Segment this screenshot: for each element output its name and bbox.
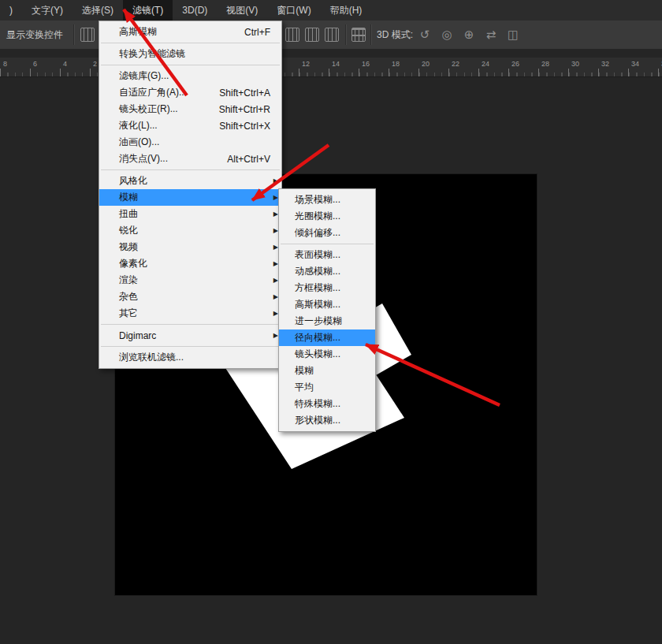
menu-item-label: 其它 — [119, 307, 138, 320]
menu-item-label: 光圈模糊... — [295, 210, 340, 223]
ruler-number: 20 — [422, 60, 430, 68]
menu-item[interactable]: 场景模糊... — [279, 192, 375, 208]
menu-item[interactable]: 像素化▶ — [99, 255, 281, 272]
filter-menu-dropdown: 高斯模糊Ctrl+F转换为智能滤镜滤镜库(G)...自适应广角(A)...Shi… — [99, 20, 282, 369]
menubar-item[interactable]: 滤镜(T) — [123, 0, 173, 20]
menu-item[interactable]: 光圈模糊... — [279, 208, 375, 225]
menu-item-shortcut: Ctrl+F — [244, 27, 275, 38]
paste-icon[interactable] — [80, 28, 95, 42]
menu-item[interactable]: 进一步模糊 — [279, 313, 375, 329]
ruler-number: 26 — [511, 60, 519, 68]
menu-item-label: 油画(O)... — [119, 136, 159, 149]
ruler-tick — [628, 69, 629, 76]
menu-item-label: 渲染 — [119, 274, 138, 287]
menu-item[interactable]: 镜头模糊... — [279, 346, 375, 363]
menubar-item[interactable]: 视图(V) — [217, 0, 267, 20]
ruler-number: 8 — [3, 60, 7, 68]
photoshop-window: )文字(Y)选择(S)滤镜(T)3D(D)视图(V)窗口(W)帮助(H) 显示变… — [0, 0, 662, 644]
ruler-tick — [90, 69, 91, 76]
menubar-item[interactable]: 帮助(H) — [321, 0, 372, 20]
ruler-tick — [478, 69, 479, 76]
roll-3d-icon[interactable]: ◎ — [440, 24, 454, 45]
toolbar-divider — [73, 24, 75, 45]
menu-item[interactable]: 表面模糊... — [279, 247, 375, 263]
menu-item-label: 进一步模糊 — [295, 315, 342, 328]
menu-item[interactable]: 渲染▶ — [99, 272, 281, 288]
menubar-item[interactable]: ) — [0, 0, 22, 20]
menu-item[interactable]: 形状模糊... — [279, 412, 375, 429]
menu-item[interactable]: 方框模糊... — [279, 280, 375, 296]
blur-submenu: 场景模糊...光圈模糊...倾斜偏移...表面模糊...动感模糊...方框模糊.… — [278, 188, 376, 432]
distribute-center-icon[interactable] — [305, 28, 319, 42]
menu-item-label: 杂色 — [119, 290, 138, 303]
menu-item-label: 滤镜库(G)... — [119, 69, 169, 83]
menu-item-label: 像素化 — [119, 257, 147, 270]
menu-item[interactable]: 油画(O)... — [99, 134, 281, 151]
menubar-item[interactable]: 窗口(W) — [267, 0, 320, 20]
menu-item[interactable]: 消失点(V)...Alt+Ctrl+V — [99, 151, 281, 167]
distribute-left-icon[interactable] — [285, 28, 299, 42]
ruler-number: 34 — [631, 60, 639, 68]
menu-item-label: 形状模糊... — [295, 414, 340, 427]
menu-item[interactable]: 扭曲▶ — [99, 206, 281, 222]
menu-item[interactable]: 风格化▶ — [99, 173, 281, 189]
menu-item[interactable]: 转换为智能滤镜 — [99, 46, 281, 62]
menu-item[interactable]: 特殊模糊... — [279, 396, 375, 412]
menu-item-label: 径向模糊... — [295, 331, 340, 344]
menu-item[interactable]: 模糊▶ — [99, 189, 281, 206]
menu-item-label: 镜头校正(R)... — [119, 102, 178, 116]
ruler-number: 22 — [452, 60, 459, 68]
toolbar-divider — [370, 24, 372, 45]
menubar-item[interactable]: 选择(S) — [73, 0, 123, 20]
ruler-tick — [598, 69, 599, 76]
ruler-tick — [30, 69, 31, 76]
menu-item-label: 浏览联机滤镜... — [119, 351, 184, 364]
menu-separator — [101, 65, 280, 65]
menu-item[interactable]: 视频▶ — [99, 239, 281, 255]
ruler-tick — [658, 69, 659, 76]
menu-item[interactable]: 高斯模糊... — [279, 296, 375, 313]
ruler-number: 12 — [302, 60, 310, 68]
menu-item-shortcut: Shift+Ctrl+R — [219, 104, 275, 115]
menu-item[interactable]: 倾斜偏移... — [279, 225, 375, 241]
ruler-number: 6 — [33, 60, 37, 68]
menu-item[interactable]: 径向模糊... — [279, 329, 375, 346]
menu-item[interactable]: 动感模糊... — [279, 263, 375, 280]
pan-3d-icon[interactable]: ⊕ — [462, 24, 476, 45]
ruler-tick — [568, 69, 569, 76]
slide-3d-icon[interactable]: ⇄ — [484, 24, 498, 45]
menu-item[interactable]: Digimarc▶ — [99, 327, 281, 344]
ruler-tick — [299, 69, 299, 76]
menubar-item[interactable]: 3D(D) — [173, 0, 217, 20]
menu-item-label: 消失点(V)... — [119, 152, 168, 166]
menu-item[interactable]: 平均 — [279, 379, 375, 396]
workspace-grid-icon[interactable] — [351, 28, 366, 42]
menu-item-label: 动感模糊... — [295, 265, 340, 278]
ruler-tick — [329, 69, 329, 76]
menu-item[interactable]: 液化(L)...Shift+Ctrl+X — [99, 117, 281, 134]
menubar-item[interactable]: 文字(Y) — [22, 0, 73, 20]
ruler-number: 4 — [63, 60, 67, 68]
menu-item-label: 模糊 — [295, 364, 314, 378]
menu-item[interactable]: 自适应广角(A)...Shift+Ctrl+A — [99, 84, 281, 101]
show-transform-controls-label[interactable]: 显示变换控件 — [6, 28, 63, 42]
ruler-tick — [538, 69, 539, 76]
menu-item-shortcut: Shift+Ctrl+A — [219, 87, 275, 99]
ruler-number: 14 — [332, 60, 340, 68]
camera-3d-icon[interactable]: ◫ — [506, 24, 520, 45]
menu-item[interactable]: 杂色▶ — [99, 288, 281, 305]
orbit-3d-icon[interactable]: ↺ — [418, 24, 432, 45]
menu-item[interactable]: 模糊 — [279, 363, 375, 379]
ruler-tick — [508, 69, 509, 76]
menu-item[interactable]: 其它▶ — [99, 305, 281, 322]
menu-item[interactable]: 镜头校正(R)...Shift+Ctrl+R — [99, 101, 281, 117]
3d-mode-icons: ↺◎⊕⇄◫ — [418, 24, 520, 45]
distribute-right-icon[interactable] — [325, 28, 339, 42]
menu-item[interactable]: 锐化▶ — [99, 222, 281, 239]
3d-mode-label: 3D 模式: — [377, 28, 413, 42]
menu-item[interactable]: 滤镜库(G)... — [99, 68, 281, 84]
ruler-number: 2 — [93, 60, 97, 68]
menu-item-label: 转换为智能滤镜 — [119, 47, 185, 61]
menu-item[interactable]: 高斯模糊Ctrl+F — [99, 24, 281, 40]
menu-item[interactable]: 浏览联机滤镜... — [99, 349, 281, 366]
